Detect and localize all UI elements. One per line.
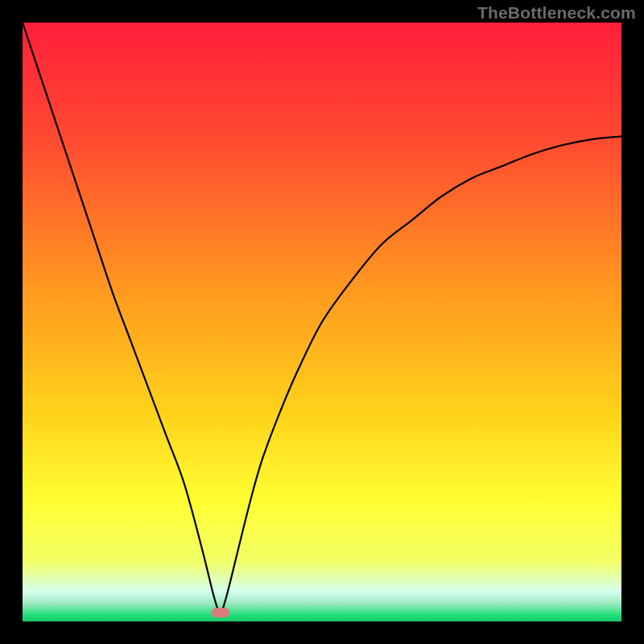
watermark-text: TheBottleneck.com — [477, 3, 636, 23]
minimum-marker — [212, 608, 229, 617]
chart-svg — [23, 23, 621, 621]
plot-area — [23, 23, 621, 621]
chart-frame: TheBottleneck.com — [0, 0, 644, 644]
